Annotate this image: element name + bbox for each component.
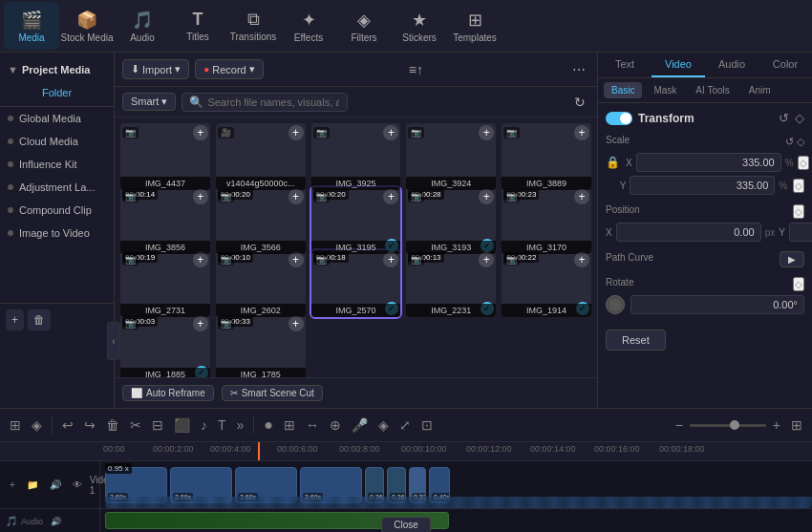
thumb-add-button[interactable]: + (479, 125, 494, 140)
more-tl-button[interactable]: » (233, 415, 248, 435)
track-add-button[interactable]: + (6, 478, 19, 492)
search-input[interactable] (182, 93, 348, 112)
zoom-out-button[interactable]: − (672, 415, 687, 435)
sidebar-item-compound-clip[interactable]: Compound Clip (0, 199, 114, 222)
transform-reset-icon-button[interactable]: ↺ (779, 111, 789, 125)
thumb-IMG_4437[interactable]: 📷 + IMG_4437 (120, 123, 210, 190)
thumb-v14044[interactable]: 🎥 + v14044g50000c... (216, 123, 306, 190)
undo-button[interactable]: ↩ (58, 415, 77, 435)
playhead[interactable] (258, 442, 260, 460)
tl-btn-e[interactable]: 🎤 (348, 415, 372, 435)
thumb-add-button[interactable]: + (574, 189, 589, 204)
thumb-IMG_3566[interactable]: 00:00:20 📷 + IMG_3566 (216, 187, 306, 254)
smart-scene-cut-button[interactable]: ✂ Smart Scene Cut (222, 385, 323, 401)
transform-diamond-icon-button[interactable]: ◇ (795, 111, 804, 125)
thumb-add-button[interactable]: + (574, 252, 589, 267)
subtab-mask[interactable]: Mask (646, 82, 684, 98)
thumb-IMG_3889[interactable]: 📷 + IMG_3889 (502, 123, 591, 190)
new-folder-button[interactable]: + (6, 309, 24, 330)
thumb-IMG_3925[interactable]: 📷 + IMG_3925 (311, 123, 401, 190)
autoreframe-button[interactable]: ⬜ Auto Reframe (122, 385, 214, 401)
lock-icon[interactable]: 🔒 (606, 156, 620, 169)
scale-y-keyframe-button[interactable]: ◇ (793, 179, 804, 193)
position-keyframe-button[interactable]: ◇ (793, 204, 804, 219)
tab-color[interactable]: Color (759, 53, 812, 77)
path-curve-button[interactable]: ▶ (780, 251, 804, 267)
text-button[interactable]: T (214, 415, 230, 435)
filter-button[interactable]: ≡↑ (405, 60, 427, 79)
thumb-IMG_2570[interactable]: 00:00:18 📷 + ✓ IMG_2570 (311, 250, 401, 317)
tl-btn-c[interactable]: ↔ (302, 415, 323, 435)
tl-btn-f[interactable]: ◈ (374, 415, 393, 435)
toolbar-stock-media[interactable]: 📦 Stock Media (59, 2, 115, 50)
thumb-IMG_3195[interactable]: 00:00:20 📷 + ✓ IMG_3195 (311, 187, 401, 254)
sidebar-item-image-to-video[interactable]: Image to Video (0, 222, 114, 245)
toolbar-audio[interactable]: 🎵 Audio (115, 2, 170, 50)
freeze-button[interactable]: ⬛ (170, 415, 194, 435)
import-button[interactable]: ⬇ Import ▾ (122, 59, 189, 79)
toolbar-media[interactable]: 🎬 Media (4, 2, 59, 50)
delete-button[interactable]: 🗑 (102, 415, 123, 435)
thumb-add-button[interactable]: + (288, 252, 304, 267)
smart-button[interactable]: Smart ▾ (122, 93, 176, 111)
toolbar-transitions[interactable]: ⧉ Transitions (225, 2, 281, 50)
music-button[interactable]: ♪ (197, 415, 211, 435)
scale-x-keyframe-button[interactable]: ◇ (798, 156, 809, 170)
thumb-add-button[interactable]: + (383, 189, 398, 204)
refresh-button[interactable]: ↻ (570, 93, 589, 112)
thumb-add-button[interactable]: + (479, 252, 494, 267)
zoom-in-button[interactable]: + (769, 415, 784, 435)
tl-btn-d[interactable]: ⊕ (326, 415, 345, 435)
thumb-add-button[interactable]: + (193, 316, 208, 331)
toolbar-titles[interactable]: T Titles (170, 2, 225, 50)
track-eye-button[interactable]: 👁 (69, 478, 86, 492)
thumb-IMG_2602[interactable]: 00:00:10 📷 + IMG_2602 (216, 250, 306, 317)
thumb-IMG_2731[interactable]: 00:00:19 📷 + IMG_2731 (120, 250, 210, 317)
tl-btn-b[interactable]: ⊞ (280, 415, 299, 435)
transform-toggle-switch[interactable] (606, 112, 632, 125)
zoom-slider[interactable] (690, 424, 766, 427)
thumb-add-button[interactable]: + (288, 189, 304, 204)
audio-mute-button[interactable]: 🔊 (47, 515, 65, 528)
thumb-add-button[interactable]: + (383, 252, 398, 267)
sidebar-item-cloud-media[interactable]: Cloud Media (0, 130, 114, 153)
delete-folder-button[interactable]: 🗑 (28, 309, 51, 330)
toolbar-effects[interactable]: ✦ Effects (281, 2, 336, 50)
thumb-IMG_1914[interactable]: 00:00:22 📷 + ✓ IMG_1914 (502, 250, 591, 317)
sidebar-item-influence-kit[interactable]: Influence Kit (0, 153, 114, 176)
more-button[interactable]: ⋯ (568, 60, 589, 79)
thumb-IMG_1785[interactable]: 00:00:33 📷 + IMG_1785 (216, 314, 306, 378)
tab-video[interactable]: Video (652, 53, 705, 77)
subtab-ai-tools[interactable]: AI Tools (688, 82, 737, 98)
scale-diamond-button[interactable]: ◇ (797, 136, 804, 148)
track-mute-button[interactable]: 🔊 (46, 478, 65, 492)
thumb-add-button[interactable]: + (574, 125, 589, 140)
thumb-IMG_2231[interactable]: 00:00:13 📷 + ✓ IMG_2231 (406, 250, 496, 317)
thumb-add-button[interactable]: + (193, 252, 208, 267)
thumb-add-button[interactable]: + (193, 189, 208, 204)
close-button[interactable]: Close (381, 517, 431, 532)
thumb-add-button[interactable]: + (288, 125, 304, 140)
thumb-add-button[interactable]: + (479, 189, 494, 204)
thumb-IMG_3193[interactable]: 00:00:28 📷 + ✓ IMG_3193 (406, 187, 496, 254)
rotate-knob[interactable] (606, 295, 625, 314)
tl-btn-a[interactable]: ● (260, 415, 277, 436)
scale-y-input[interactable] (630, 176, 775, 195)
scale-reset-button[interactable]: ↺ (785, 136, 794, 148)
toolbar-stickers[interactable]: ★ Stickers (392, 2, 447, 50)
cut-button[interactable]: ✂ (126, 415, 145, 435)
grid-view-button[interactable]: ⊞ (787, 415, 806, 435)
subtab-basic[interactable]: Basic (604, 82, 642, 98)
tab-text[interactable]: Text (598, 53, 652, 77)
position-x-input[interactable] (616, 223, 761, 242)
timeline-ctrl-btn[interactable]: ⊞ (6, 415, 25, 435)
sidebar-item-adjustment[interactable]: Adjustment La... (0, 176, 114, 199)
subtab-anim[interactable]: Anim (741, 82, 779, 98)
panel-toggle-icon[interactable]: ‹ (112, 336, 115, 347)
position-y-input[interactable] (789, 223, 812, 242)
timeline-ctrl-btn2[interactable]: ◈ (28, 415, 46, 435)
thumb-IMG_3856[interactable]: 00:00:14 📷 + IMG_3856 (120, 187, 210, 254)
track-folder-button[interactable]: 📁 (23, 478, 42, 492)
tab-audio[interactable]: Audio (705, 53, 759, 77)
rotate-input[interactable] (630, 295, 804, 314)
